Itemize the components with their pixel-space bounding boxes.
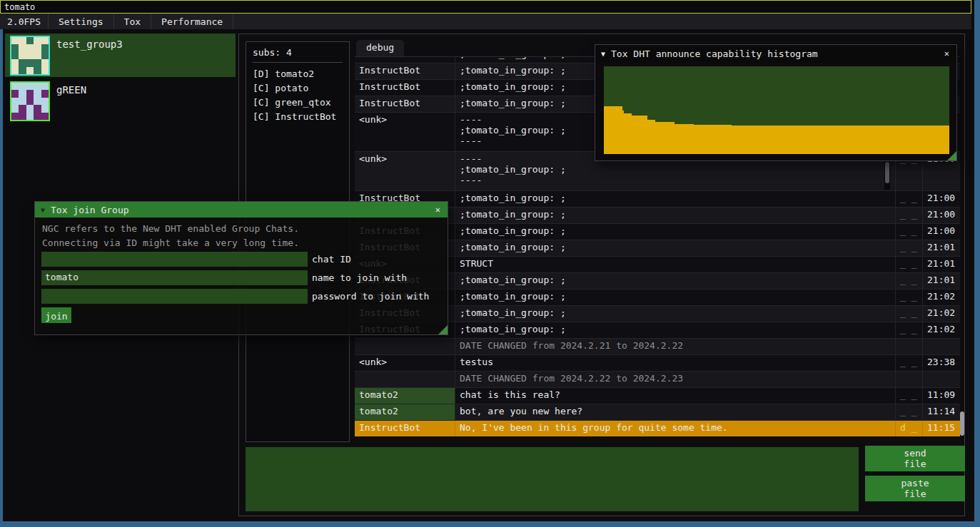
timestamp-cell: 21:01 <box>923 240 960 256</box>
os-titlebar[interactable]: tomato <box>0 0 971 14</box>
sender-name-cell <box>355 372 455 387</box>
join-input-password-to-join-with[interactable] <box>41 289 308 304</box>
histogram-window-title: Tox DHT announce capability histogram <box>611 48 937 59</box>
histogram-bar <box>694 125 732 154</box>
close-icon[interactable]: ✕ <box>434 205 442 215</box>
delivery-marks-cell: _ _ <box>896 322 923 338</box>
message-input[interactable] <box>246 447 859 511</box>
group-item-test_group3[interactable]: test_group3 <box>5 34 236 77</box>
delivery-marks-cell: _ _ <box>896 240 923 256</box>
delivery-marks-cell: _ _ <box>896 306 923 322</box>
group-avatar <box>10 81 50 121</box>
join-button[interactable]: join <box>41 307 71 323</box>
timestamp-cell: 21:02 <box>923 322 960 338</box>
menu-item-performance[interactable]: Performance <box>151 14 233 29</box>
message-text-cell: bot, are you new here? <box>455 404 896 420</box>
sender-name-cell: tomato2 <box>355 388 455 404</box>
subs-header: subs: 4 <box>253 47 343 58</box>
delivery-marks-cell: _ _ <box>896 388 923 404</box>
message-row[interactable]: tomato2chat is this real?_ _11:09 <box>355 388 960 404</box>
message-text-cell: DATE CHANGED from 2024.2.21 to 2024.2.22 <box>455 339 896 354</box>
sub-member-item[interactable]: [C] InstructBot <box>253 110 343 124</box>
timestamp-cell: 23:38 <box>923 355 960 371</box>
message-text-cell: ;tomato_in_group: ; <box>455 306 896 322</box>
delivery-marks-cell: _ _ <box>896 355 923 371</box>
sender-name-cell: InstructBot <box>355 80 455 96</box>
close-icon[interactable]: ✕ <box>943 48 951 58</box>
send-file-button[interactable]: send file <box>865 446 965 471</box>
window-title: tomato <box>4 2 35 12</box>
collapse-icon[interactable]: ▼ <box>601 50 605 58</box>
delivery-marks-cell: d _ <box>896 421 923 436</box>
histogram-bar <box>604 106 622 154</box>
join-input-label: name to join with <box>312 272 407 283</box>
subs-list: [D] tomato2[C] potato[C] green_qtox[C] I… <box>253 67 343 124</box>
collapse-icon[interactable]: ▼ <box>41 206 45 214</box>
message-text-cell: ;tomato_in_group: ; <box>455 224 896 240</box>
resize-grip-icon[interactable] <box>947 151 956 160</box>
tab-debug[interactable]: debug <box>356 40 404 56</box>
sender-name-cell: InstructBot <box>355 421 455 436</box>
sender-name-cell: tomato2 <box>355 404 455 420</box>
menu-item-settings[interactable]: Settings <box>49 14 114 29</box>
message-row[interactable]: InstructBotNo, I've been in this group f… <box>355 421 960 436</box>
message-row[interactable]: <unk>testus_ _23:38 <box>355 355 960 372</box>
timestamp-cell: 21:02 <box>923 306 960 322</box>
menu-item-tox[interactable]: Tox <box>114 14 151 29</box>
fps-indicator: 2.0FPS <box>0 14 49 29</box>
sender-name-cell: InstructBot <box>355 56 455 63</box>
histogram-bar <box>632 116 647 154</box>
timestamp-cell: 21:02 <box>923 290 960 305</box>
inner-scrollbar-thumb[interactable] <box>885 162 889 183</box>
message-text-cell: DATE CHANGED from 2024.2.22 to 2024.2.23 <box>455 372 896 387</box>
join-input-name-to-join-with[interactable]: tomato <box>41 270 308 285</box>
subs-separator <box>253 62 343 63</box>
message-text-cell: ;tomato_in_group: ; <box>455 273 896 289</box>
timestamp-cell: 21:00 <box>923 191 960 207</box>
histogram-window-titlebar[interactable]: ▼ Tox DHT announce capability histogram … <box>595 45 956 62</box>
sender-name-cell: <unk> <box>355 152 455 190</box>
message-row[interactable]: tomato2bot, are you new here?_ _11:14 <box>355 404 960 421</box>
group-name: gREEN <box>56 84 86 96</box>
join-window-titlebar[interactable]: ▼ Tox join Group ✕ <box>35 202 448 218</box>
timestamp-cell: 21:00 <box>923 208 960 223</box>
timestamp-cell: 11:14 <box>923 404 960 420</box>
timestamp-cell <box>923 339 960 354</box>
chat-scrollbar[interactable] <box>959 56 965 436</box>
histogram-bar <box>675 124 694 154</box>
message-row[interactable]: DATE CHANGED from 2024.2.22 to 2024.2.23 <box>355 372 960 388</box>
sub-member-item[interactable]: [C] potato <box>253 81 343 96</box>
sender-name-cell: <unk> <box>355 113 455 151</box>
join-input-chat-ID[interactable] <box>41 252 308 267</box>
chat-scrollbar-thumb[interactable] <box>960 411 964 436</box>
join-fields: chat IDtomatoname to join withpassword t… <box>41 252 445 307</box>
message-text-cell: No, I've been in this group for quite so… <box>455 421 896 436</box>
resize-grip-icon[interactable] <box>438 325 448 334</box>
tab-debug-label: debug <box>366 42 394 53</box>
join-note-line1: NGC refers to the New DHT enabled Group … <box>42 223 299 234</box>
delivery-marks-cell: _ _ <box>896 290 923 305</box>
histogram-bar <box>732 126 949 154</box>
message-text-cell: ;tomato_in_group: ; <box>455 322 896 338</box>
histogram-bar <box>624 113 632 154</box>
tomato-app: tomato 2.0FPSSettingsToxPerformance test… <box>0 0 980 527</box>
sub-member-item[interactable]: [C] green_qtox <box>253 96 343 110</box>
histogram-bar <box>655 122 675 155</box>
timestamp-cell: 21:01 <box>923 257 960 272</box>
timestamp-cell <box>923 372 960 387</box>
delivery-marks-cell <box>896 372 923 387</box>
histogram-bar <box>647 120 655 154</box>
group-avatar <box>10 36 50 76</box>
message-row[interactable]: DATE CHANGED from 2024.2.21 to 2024.2.22 <box>355 339 960 355</box>
histogram-window: ▼ Tox DHT announce capability histogram … <box>595 44 957 161</box>
message-text-cell: STRUCT <box>455 257 896 272</box>
sub-member-item[interactable]: [D] tomato2 <box>253 67 343 81</box>
menu-bar: 2.0FPSSettingsToxPerformance <box>0 14 971 29</box>
group-item-gREEN[interactable]: gREEN <box>5 79 236 123</box>
message-text-cell: ;tomato_in_group: ; <box>455 240 896 256</box>
timestamp-cell: 11:15 <box>923 421 960 436</box>
paste-file-button[interactable]: paste file <box>865 476 965 501</box>
timestamp-cell: 11:09 <box>923 388 960 404</box>
message-text-cell: chat is this real? <box>455 388 896 404</box>
join-input-label: chat ID <box>312 254 351 265</box>
